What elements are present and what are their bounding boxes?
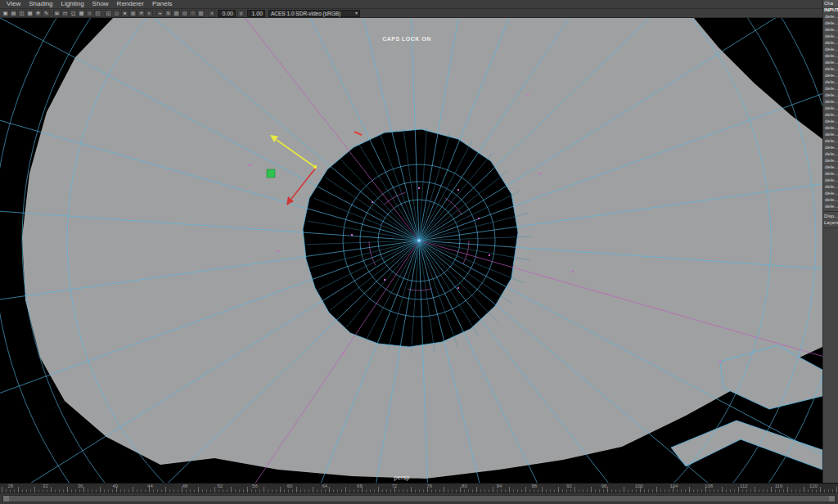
exposure-field[interactable]: 0.00 — [218, 10, 236, 17]
channel-box-item[interactable]: dele... — [823, 13, 838, 20]
timeline-tick — [83, 487, 84, 493]
camera-name-label: persp — [394, 474, 410, 481]
wireframe-icon[interactable]: ◇ — [113, 10, 120, 17]
menu-renderer[interactable]: Renderer — [113, 0, 148, 8]
timeline-tick — [493, 487, 493, 493]
timeline-tick — [18, 487, 19, 493]
isolate-select-icon[interactable]: ○ — [189, 10, 196, 17]
timeline-tick — [100, 487, 101, 493]
timeline-tick — [329, 487, 330, 493]
shadows-icon[interactable]: ◐ — [146, 10, 153, 17]
menu-lighting[interactable]: Lighting — [57, 0, 88, 8]
channel-box-item[interactable]: dele... — [823, 144, 838, 151]
gamma-icon[interactable]: γ — [237, 10, 245, 17]
timeline-tick — [624, 487, 624, 493]
channel-box-item[interactable]: dele... — [823, 52, 838, 59]
timeline-tick — [34, 487, 35, 493]
channel-box-item[interactable]: dele... — [823, 177, 838, 183]
film-gate-icon[interactable]: ▭ — [61, 10, 69, 17]
timeline-tick — [525, 487, 526, 493]
safe-title-icon[interactable]: ◱ — [105, 10, 112, 17]
grease-pencil-icon[interactable]: ✎ — [43, 10, 50, 17]
range-slider[interactable] — [0, 493, 838, 504]
timeline-tick — [378, 487, 379, 493]
xray-icon[interactable]: ▥ — [197, 10, 205, 17]
channel-box-item[interactable]: dele... — [823, 137, 838, 144]
range-end-handle[interactable] — [829, 496, 835, 502]
channel-box-item[interactable]: dele... — [823, 105, 838, 111]
channel-box-item[interactable]: dele... — [823, 33, 838, 39]
channel-box-item[interactable]: dele... — [823, 124, 838, 131]
grid-icon[interactable]: ⊞ — [53, 10, 61, 17]
channel-box-item[interactable]: dele... — [823, 59, 838, 65]
pan-zoom-icon[interactable]: ✥ — [34, 10, 42, 17]
timeline-tick — [313, 487, 313, 493]
field-chart-icon[interactable]: ⌗ — [86, 10, 93, 17]
channel-box-item[interactable]: dele... — [823, 118, 838, 124]
channel-box-item[interactable]: dele... — [823, 20, 838, 26]
exposure-icon[interactable]: ◑ — [208, 10, 215, 17]
time-slider[interactable]: 2832364044485256606468727680848892961001… — [0, 483, 838, 493]
timeline-tick — [67, 487, 68, 493]
bookmarks-icon[interactable]: ◫ — [18, 10, 25, 17]
channel-box-item[interactable]: dele... — [823, 98, 838, 105]
timeline-tick — [509, 487, 510, 493]
layers-label[interactable]: Layers — [823, 219, 838, 226]
channel-box-item[interactable]: dele... — [823, 92, 838, 98]
range-start-handle[interactable] — [3, 496, 9, 502]
depth-of-field-icon[interactable]: ◎ — [181, 10, 188, 17]
timeline-tick — [607, 487, 608, 493]
image-plane-icon[interactable]: ▦ — [26, 10, 34, 17]
channel-box-item[interactable]: dele... — [823, 111, 838, 118]
channel-box-item[interactable]: dele... — [823, 39, 838, 46]
timeline-tick — [165, 487, 166, 493]
gate-mask-icon[interactable]: ▩ — [78, 10, 85, 17]
motion-blur-icon[interactable]: ≋ — [164, 10, 172, 17]
channel-box-menu[interactable]: Cha — [823, 0, 838, 7]
channel-box-item[interactable]: dele... — [823, 196, 838, 203]
frame-number-label: 68 — [357, 484, 363, 488]
channel-box-item[interactable]: dele... — [823, 65, 838, 72]
channel-box-item[interactable]: dele... — [823, 203, 838, 209]
channel-box-item[interactable]: dele... — [823, 183, 838, 190]
lights-icon[interactable]: ☀ — [137, 10, 145, 17]
frame-number-label: 80 — [462, 484, 467, 488]
timeline-tick — [198, 487, 199, 493]
textured-mode-icon[interactable]: ◍ — [129, 10, 137, 17]
gamma-field[interactable]: 1.00 — [247, 10, 265, 17]
ambient-occlusion-icon[interactable]: ◒ — [156, 10, 164, 17]
manip-pivot[interactable] — [313, 165, 317, 169]
channel-box-item[interactable]: dele... — [823, 164, 838, 170]
frame-number-label: 60 — [287, 484, 293, 488]
shaded-mode-icon[interactable]: ● — [121, 10, 128, 17]
camera-attributes-icon[interactable]: ▤ — [10, 10, 17, 17]
safe-action-icon[interactable]: ◰ — [94, 10, 101, 17]
frame-number-label: 36 — [78, 484, 83, 488]
channel-box-item[interactable]: dele... — [823, 151, 838, 157]
channel-box-item[interactable]: dele... — [823, 190, 838, 196]
channel-box-item[interactable]: dele... — [823, 157, 838, 164]
channel-box-item[interactable]: dele... — [823, 79, 838, 85]
frame-number-label: 84 — [497, 484, 502, 488]
channel-box-item[interactable]: dele... — [823, 85, 838, 92]
menu-shading[interactable]: Shading — [25, 0, 56, 8]
perspective-viewport[interactable]: CAPS LOCK ON persp — [0, 18, 822, 483]
timeline-tick — [231, 487, 232, 493]
menu-panels[interactable]: Panels — [148, 0, 176, 8]
view-transform-dropdown[interactable]: ACES 1.0 SDR-video (sRGB) ▾ — [268, 10, 360, 17]
timeline-tick — [755, 487, 755, 493]
menu-show[interactable]: Show — [88, 0, 113, 8]
antialiasing-icon[interactable]: ▨ — [173, 10, 180, 17]
manip-plane-handle[interactable] — [267, 169, 275, 178]
channel-box-item[interactable]: dele... — [823, 170, 838, 177]
menu-view[interactable]: View — [2, 0, 25, 8]
channel-box-item[interactable]: dele... — [823, 72, 838, 79]
resolution-gate-icon[interactable]: ◻ — [70, 10, 77, 17]
camera-select-icon[interactable]: ▣ — [2, 10, 9, 17]
channel-box-item[interactable]: dele... — [823, 26, 838, 33]
channel-box-item[interactable]: dele... — [823, 46, 838, 52]
display-layers-tab[interactable]: Disp... — [823, 213, 838, 219]
range-slider-bar[interactable] — [2, 495, 836, 502]
viewport-canvas[interactable]: CAPS LOCK ON persp — [0, 18, 822, 483]
channel-box-item[interactable]: dele... — [823, 131, 838, 137]
